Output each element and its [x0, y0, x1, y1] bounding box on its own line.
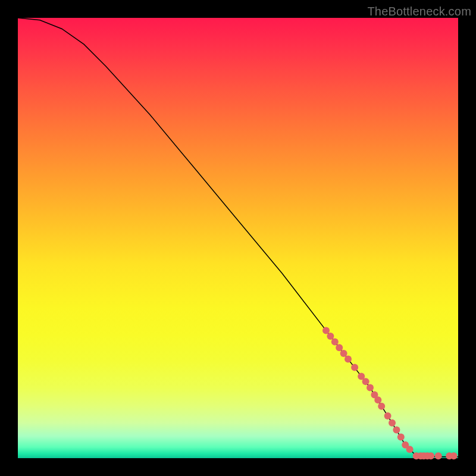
data-point: [384, 412, 392, 419]
watermark-text: TheBottleneck.com: [367, 5, 471, 18]
data-point: [378, 403, 385, 410]
data-point: [427, 452, 434, 459]
data-point: [374, 396, 381, 403]
data-point: [322, 327, 330, 334]
data-point: [327, 333, 334, 340]
chart-svg: [18, 18, 458, 458]
data-point: [351, 364, 358, 371]
data-point: [336, 344, 343, 351]
data-point: [331, 339, 339, 346]
data-point: [435, 452, 442, 459]
data-point: [406, 446, 414, 453]
marker-group: [322, 327, 458, 459]
data-point: [367, 384, 374, 392]
data-point: [362, 378, 369, 385]
data-point: [450, 452, 458, 459]
main-curve: [18, 18, 458, 457]
data-point: [397, 434, 405, 441]
chart-container: TheBottleneck.com: [0, 0, 476, 476]
data-point: [340, 350, 347, 357]
data-point: [393, 427, 400, 434]
data-point: [389, 419, 396, 427]
data-point: [345, 356, 352, 363]
